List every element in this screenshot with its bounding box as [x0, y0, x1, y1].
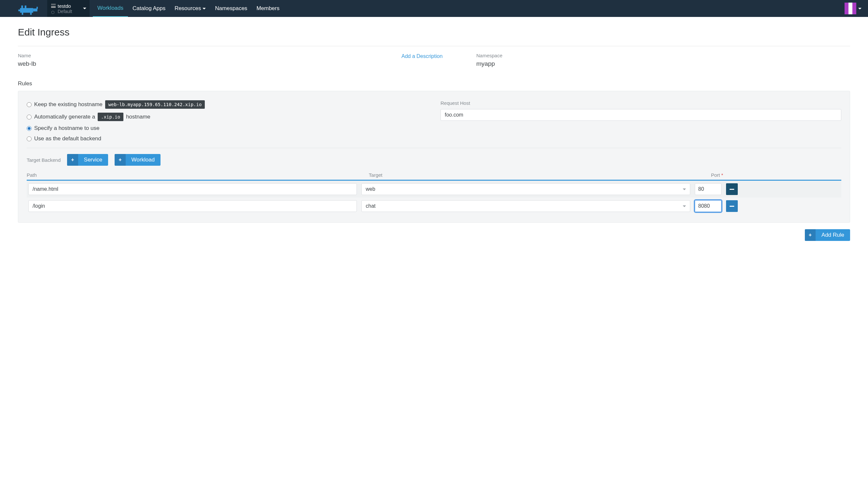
- name-value: web-lb: [18, 60, 392, 67]
- nav-members-label: Members: [256, 5, 280, 12]
- bottom-actions: + Add Rule: [18, 229, 850, 241]
- col-port-header: Port *: [711, 172, 744, 178]
- rancher-logo[interactable]: [18, 2, 39, 15]
- radio-auto-pre: Automatically generate a: [34, 114, 95, 120]
- svg-rect-7: [30, 13, 32, 15]
- add-workload-button[interactable]: + Workload: [115, 154, 160, 166]
- svg-rect-1: [21, 5, 23, 8]
- request-host-label: Request Host: [440, 100, 841, 106]
- add-service-button[interactable]: + Service: [67, 154, 108, 166]
- port-input[interactable]: [695, 200, 721, 212]
- radio-default-backend[interactable]: Use as the default backend: [27, 135, 428, 142]
- radio-specify-label: Specify a hostname to use: [34, 125, 99, 131]
- nav-links: Workloads Catalog Apps Resources Namespa…: [93, 0, 284, 17]
- col-target-header: Target: [369, 172, 711, 178]
- svg-rect-2: [25, 5, 26, 8]
- chevron-down-icon: [858, 8, 862, 9]
- host-mode-group: Keep the existing hostname web-lb.myapp.…: [27, 100, 428, 142]
- target-select[interactable]: chat: [362, 200, 690, 212]
- add-workload-label: Workload: [126, 154, 161, 166]
- namespace-label: Namespace: [476, 53, 850, 58]
- remove-row-button[interactable]: [726, 200, 738, 212]
- add-rule-label: Add Rule: [815, 229, 850, 241]
- chevron-down-icon: [683, 206, 686, 207]
- avatar: [844, 3, 856, 14]
- nav-members[interactable]: Members: [252, 0, 284, 17]
- add-service-label: Service: [78, 154, 108, 166]
- radio-auto-post: hostname: [126, 114, 150, 120]
- svg-rect-5: [36, 7, 38, 9]
- main-content: Edit Ingress Name web-lb Add a Descripti…: [0, 17, 868, 251]
- minus-icon: [730, 206, 734, 207]
- cluster-icon: [51, 4, 56, 8]
- add-description-link[interactable]: Add a Description: [401, 53, 442, 59]
- name-label: Name: [18, 53, 392, 58]
- nav-namespaces-label: Namespaces: [215, 5, 247, 12]
- chevron-down-icon: [203, 8, 206, 9]
- nav-namespaces[interactable]: Namespaces: [210, 0, 252, 17]
- rule-top: Keep the existing hostname web-lb.myapp.…: [27, 100, 841, 142]
- radio-default-input[interactable]: [27, 136, 32, 141]
- namespace-value: myapp: [476, 60, 850, 67]
- radio-specify-hostname[interactable]: Specify a hostname to use: [27, 125, 428, 131]
- radio-keep-label: Keep the existing hostname: [34, 101, 102, 108]
- table-row: web: [27, 181, 841, 197]
- add-rule-button[interactable]: + Add Rule: [805, 229, 850, 241]
- nav-catalog[interactable]: Catalog Apps: [128, 0, 170, 17]
- plus-icon: +: [67, 154, 78, 166]
- project-selector[interactable]: testdo Default: [47, 0, 90, 17]
- page-title: Edit Ingress: [18, 27, 850, 38]
- nav-catalog-label: Catalog Apps: [132, 5, 165, 12]
- radio-auto-input[interactable]: [27, 115, 32, 120]
- user-menu[interactable]: [838, 0, 868, 17]
- request-host-field: Request Host: [440, 100, 841, 142]
- chevron-down-icon: [83, 8, 86, 9]
- minus-icon: [730, 189, 734, 190]
- nav-workloads[interactable]: Workloads: [93, 0, 128, 17]
- col-path-header: Path: [27, 172, 369, 178]
- project-name: Default: [58, 9, 72, 14]
- name-field: Name web-lb: [18, 53, 392, 67]
- target-backend-label: Target Backend: [27, 157, 61, 163]
- radio-auto-hostname[interactable]: Automatically generate a .xip.io hostnam…: [27, 113, 428, 121]
- nav-workloads-label: Workloads: [97, 5, 123, 11]
- rule-box: Keep the existing hostname web-lb.myapp.…: [18, 91, 850, 223]
- plus-icon: +: [805, 229, 815, 241]
- nav-resources[interactable]: Resources: [170, 0, 210, 17]
- existing-hostname-pill: web-lb.myapp.159.65.110.242.xip.io: [105, 100, 205, 109]
- chevron-down-icon: [683, 188, 686, 190]
- top-nav: testdo Default Workloads Catalog Apps Re…: [0, 0, 868, 17]
- plus-icon: +: [115, 154, 125, 166]
- divider: [18, 46, 850, 46]
- svg-rect-0: [20, 8, 33, 13]
- meta-row: Name web-lb Add a Description Namespace …: [18, 53, 850, 67]
- required-star: *: [721, 172, 723, 178]
- path-input[interactable]: [28, 200, 357, 212]
- request-host-input[interactable]: [440, 109, 841, 121]
- radio-default-label: Use as the default backend: [34, 135, 101, 142]
- port-input[interactable]: [695, 183, 721, 195]
- path-table-header: Path Target Port *: [27, 172, 841, 181]
- radio-keep-input[interactable]: [27, 102, 32, 107]
- svg-rect-4: [33, 8, 37, 11]
- table-row: chat: [27, 197, 841, 215]
- xipio-pill: .xip.io: [98, 113, 123, 121]
- project-icon: [51, 9, 56, 13]
- radio-specify-input[interactable]: [27, 126, 32, 131]
- nav-resources-label: Resources: [175, 5, 201, 12]
- divider: [27, 148, 841, 148]
- path-input[interactable]: [28, 183, 357, 195]
- namespace-field: Namespace myapp: [476, 53, 850, 67]
- target-value: chat: [366, 203, 375, 209]
- target-backend-row: Target Backend + Service + Workload: [27, 154, 841, 166]
- remove-row-button[interactable]: [726, 183, 738, 195]
- svg-rect-6: [22, 13, 24, 15]
- target-value: web: [366, 186, 375, 192]
- radio-keep-hostname[interactable]: Keep the existing hostname web-lb.myapp.…: [27, 100, 428, 109]
- svg-rect-3: [18, 9, 21, 11]
- target-select[interactable]: web: [362, 183, 690, 195]
- rules-label: Rules: [18, 81, 850, 87]
- cluster-name: testdo: [58, 3, 71, 9]
